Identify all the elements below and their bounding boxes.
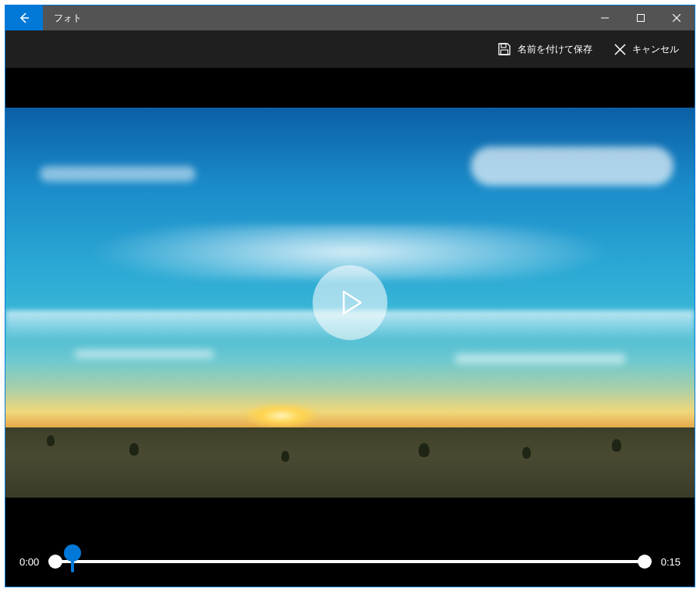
timeline-track-line — [55, 560, 645, 563]
video-frame — [5, 108, 695, 498]
maximize-icon — [637, 14, 645, 22]
ground-decoration — [5, 427, 695, 498]
save-icon — [497, 42, 511, 56]
trim-start-handle[interactable] — [48, 555, 62, 569]
timeline: 0:00 0:15 — [5, 537, 695, 587]
tree-decoration — [522, 447, 531, 459]
window-title: フォト — [43, 5, 93, 30]
playhead-handle[interactable] — [64, 544, 81, 573]
svg-marker-9 — [344, 292, 361, 314]
save-as-button[interactable]: 名前を付けて保存 — [488, 37, 602, 61]
svg-rect-2 — [638, 15, 645, 22]
tree-decoration — [281, 451, 289, 462]
svg-rect-5 — [501, 44, 506, 48]
titlebar: フォト — [5, 5, 695, 30]
svg-rect-6 — [501, 50, 508, 55]
sun-decoration — [246, 404, 316, 427]
tree-decoration — [612, 439, 621, 452]
arrow-left-icon — [18, 12, 30, 24]
close-button[interactable] — [659, 5, 695, 30]
cancel-label: キャンセル — [632, 43, 679, 56]
playhead-circle — [64, 544, 81, 562]
timeline-start-label: 0:00 — [19, 556, 44, 568]
cancel-button[interactable]: キャンセル — [605, 38, 688, 61]
play-button[interactable] — [313, 265, 387, 340]
close-icon — [673, 14, 681, 22]
toolbar: 名前を付けて保存 キャンセル — [5, 30, 695, 68]
x-icon — [614, 44, 626, 55]
minimize-icon — [601, 14, 609, 22]
trim-end-handle[interactable] — [638, 555, 652, 569]
tree-decoration — [129, 443, 139, 456]
play-icon — [334, 287, 366, 318]
maximize-button[interactable] — [623, 5, 659, 30]
playhead-stem — [71, 560, 74, 573]
app-window: フォト 名前を付けて保存 — [5, 5, 695, 587]
cloud-decoration — [471, 147, 673, 186]
tree-decoration — [47, 435, 55, 446]
tree-decoration — [419, 443, 430, 457]
video-preview-area — [5, 68, 695, 537]
cloud-decoration — [40, 166, 196, 182]
timeline-track[interactable] — [55, 549, 645, 574]
titlebar-spacer — [93, 5, 587, 30]
minimize-button[interactable] — [587, 5, 623, 30]
cloud-decoration — [454, 353, 626, 364]
back-button[interactable] — [5, 5, 43, 30]
timeline-end-label: 0:15 — [656, 556, 681, 568]
cloud-decoration — [74, 349, 214, 359]
save-as-label: 名前を付けて保存 — [518, 43, 592, 56]
